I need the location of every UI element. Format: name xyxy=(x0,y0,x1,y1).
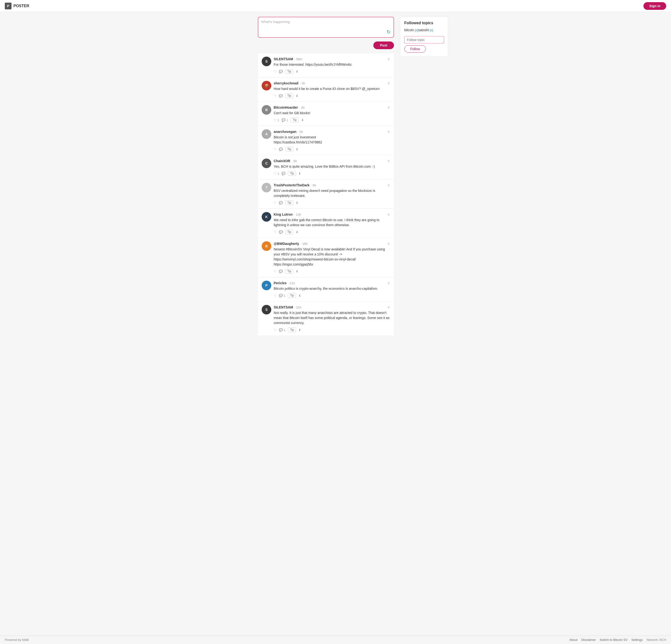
post-time: · 21h xyxy=(288,281,295,285)
post-username: King Lutron xyxy=(274,212,293,216)
post-item: S SILENTSAM · 58m ∨ For those interested… xyxy=(258,53,394,77)
comment-button[interactable]: 💬 xyxy=(279,270,283,273)
tip-button[interactable]: Tip xyxy=(285,200,293,205)
comment-button[interactable]: 💬 1 xyxy=(281,118,288,122)
compose-textarea[interactable] xyxy=(261,20,391,34)
comment-button[interactable]: 💬 1 xyxy=(279,328,286,332)
avatar-letter: C xyxy=(265,161,268,165)
post-text: Yes, BCH is quite amazing. Love the BitB… xyxy=(274,164,390,169)
chevron-down-icon[interactable]: ∨ xyxy=(387,212,390,216)
like-button[interactable]: ♡ 1 xyxy=(274,118,279,122)
tip-button[interactable]: Tip xyxy=(285,230,293,234)
chevron-down-icon[interactable]: ∨ xyxy=(387,129,390,134)
post-username: ChainXOR xyxy=(274,159,290,163)
download-button[interactable]: ⬇ xyxy=(296,148,299,151)
post-time: · 58m xyxy=(294,57,302,61)
like-button[interactable]: ♡ xyxy=(274,201,277,205)
post-actions: ♡ 💬 Tip ⬇ xyxy=(274,147,390,152)
like-button[interactable]: ♡ xyxy=(274,294,277,297)
post-username: Pericles xyxy=(274,281,287,285)
post-item: A anarchovegan · 5h ∨ Bitcoin is not jus… xyxy=(258,126,394,155)
post-header: ChainXOR · 5h ∨ xyxy=(274,159,390,163)
post-body: BitcoinHoarder · 3h ∨ Can't wait for GB … xyxy=(274,105,390,122)
avatar-letter: T xyxy=(266,186,268,189)
chevron-down-icon[interactable]: ∨ xyxy=(387,57,390,61)
refresh-icon[interactable]: ↻ xyxy=(387,29,391,35)
like-button[interactable]: ♡ xyxy=(274,94,277,98)
post-header: sherrykochmail · 3h ∨ xyxy=(274,81,390,85)
post-text: Bitcoin is not just investmenthttps://ca… xyxy=(274,135,390,145)
tip-button[interactable]: Tip xyxy=(288,327,296,332)
tip-button[interactable]: Tip xyxy=(288,171,296,176)
disclaimer-link[interactable]: Disclaimer xyxy=(581,638,596,642)
post-item: C ChainXOR · 5h ∨ Yes, BCH is quite amaz… xyxy=(258,155,394,179)
chevron-down-icon[interactable]: ∨ xyxy=(387,105,390,110)
comment-button[interactable]: 💬 xyxy=(281,172,286,175)
download-button[interactable]: ⬇ xyxy=(296,201,299,205)
post-actions: ♡ 💬 Tip ⬇ xyxy=(274,200,390,205)
like-button[interactable]: ♡ xyxy=(274,230,277,234)
download-button[interactable]: ⬇ xyxy=(296,70,299,73)
like-button[interactable]: ♡ 1 xyxy=(274,172,279,175)
comment-button[interactable]: 💬 1 xyxy=(279,294,286,297)
chevron-down-icon[interactable]: ∨ xyxy=(387,281,390,285)
post-text: How hard would it be to create a Purse.I… xyxy=(274,86,390,91)
follow-topic-input[interactable] xyxy=(404,36,444,44)
main-layout: ↻ Post S SILENTSAM · 58m ∨ For those int… xyxy=(201,12,470,635)
post-text: For those interested. https://youtu.be/d… xyxy=(274,62,390,67)
sign-in-button[interactable]: Sign in xyxy=(643,2,666,10)
like-button[interactable]: ♡ xyxy=(274,328,277,332)
avatar: B xyxy=(262,241,271,251)
comment-button[interactable]: 💬 xyxy=(279,148,283,151)
avatar-letter: A xyxy=(265,132,268,136)
avatar: T xyxy=(262,183,271,193)
avatar: C xyxy=(262,159,271,168)
avatar: S xyxy=(262,305,271,314)
download-button[interactable]: ⬇ xyxy=(296,94,299,98)
topic-remove-link[interactable]: [x] xyxy=(415,28,418,32)
post-actions: ♡ 1 💬 Tip ⬇ xyxy=(274,171,390,176)
download-button[interactable]: ⬇ xyxy=(301,118,304,122)
comment-button[interactable]: 💬 xyxy=(279,201,283,205)
chevron-down-icon[interactable]: ∨ xyxy=(387,241,390,246)
download-button[interactable]: ⬇ xyxy=(299,172,301,175)
tip-button[interactable]: Tip xyxy=(285,69,293,74)
about-link[interactable]: About xyxy=(569,638,578,642)
like-button[interactable]: ♡ xyxy=(274,270,277,273)
tip-button[interactable]: Tip xyxy=(285,147,293,152)
comment-button[interactable]: 💬 xyxy=(279,94,283,98)
chevron-down-icon[interactable]: ∨ xyxy=(387,183,390,187)
follow-button[interactable]: Follow xyxy=(404,45,426,52)
like-button[interactable]: ♡ xyxy=(274,70,277,73)
avatar-letter: S xyxy=(265,308,267,312)
download-button[interactable]: ⬇ xyxy=(296,230,299,234)
topic-remove-link[interactable]: [x] xyxy=(430,28,433,32)
avatar-letter: B xyxy=(265,108,268,112)
comment-button[interactable]: 💬 xyxy=(279,230,283,234)
right-sidebar: Followed topics bitcoin [x]satoshi [x] F… xyxy=(398,17,451,631)
post-time: · 3h xyxy=(300,82,305,85)
post-item: B BitcoinHoarder · 3h ∨ Can't wait for G… xyxy=(258,102,394,126)
tip-button[interactable]: Tip xyxy=(290,117,299,122)
chevron-down-icon[interactable]: ∨ xyxy=(387,305,390,309)
powered-by: Powered by bitdb xyxy=(5,638,29,642)
tip-button[interactable]: Tip xyxy=(285,269,293,274)
tip-button[interactable]: Tip xyxy=(285,93,293,98)
download-button[interactable]: ⬇ xyxy=(296,270,299,273)
chevron-down-icon[interactable]: ∨ xyxy=(387,81,390,85)
settings-link[interactable]: Settings xyxy=(631,638,643,642)
comment-button[interactable]: 💬 xyxy=(279,70,283,73)
footer-left: Powered by bitdb xyxy=(5,638,29,642)
post-item: 📦 sherrykochmail · 3h ∨ How hard would i… xyxy=(258,77,394,102)
like-button[interactable]: ♡ xyxy=(274,148,277,151)
chevron-down-icon[interactable]: ∨ xyxy=(387,159,390,163)
download-button[interactable]: ⬇ xyxy=(299,294,301,297)
comment-count: 1 xyxy=(286,118,288,122)
post-time: · 21h xyxy=(294,306,302,309)
post-time: · 5h xyxy=(298,130,303,134)
download-button[interactable]: ⬇ xyxy=(299,328,301,332)
post-button[interactable]: Post xyxy=(374,41,394,49)
tip-button[interactable]: Tip xyxy=(288,293,296,298)
post-username: BitcoinHoarder xyxy=(274,106,298,109)
switch-sv-link[interactable]: Switch to Bitcoin SV xyxy=(599,638,628,642)
